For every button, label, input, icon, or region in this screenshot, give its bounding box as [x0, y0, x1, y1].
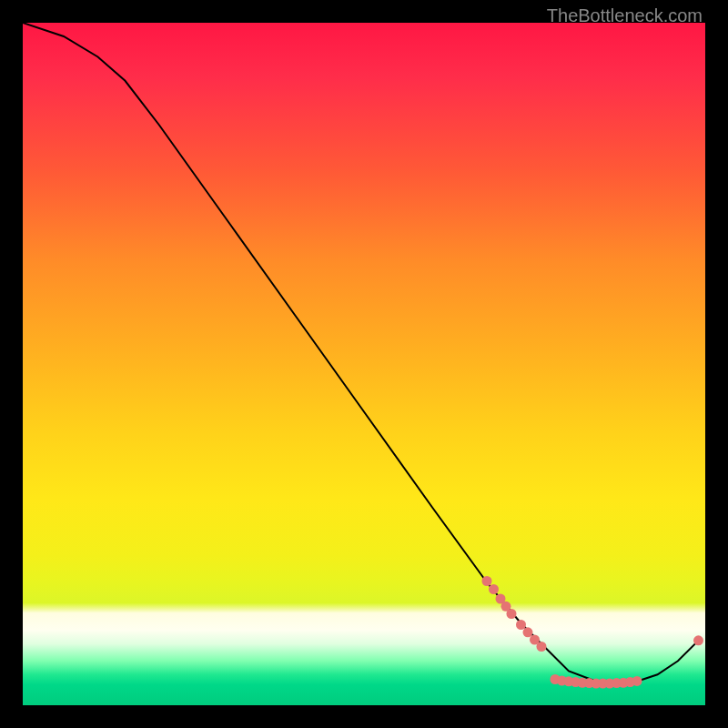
chart-svg	[23, 23, 705, 705]
data-point	[482, 576, 492, 586]
data-markers	[482, 576, 704, 689]
bottleneck-curve	[23, 23, 699, 683]
data-point	[523, 627, 533, 637]
data-point	[489, 584, 499, 594]
data-point	[693, 635, 703, 645]
data-point	[507, 609, 517, 619]
watermark-text: TheBottleneck.com	[547, 5, 703, 26]
data-point	[537, 642, 547, 652]
data-point	[632, 676, 642, 686]
data-point	[516, 620, 526, 630]
